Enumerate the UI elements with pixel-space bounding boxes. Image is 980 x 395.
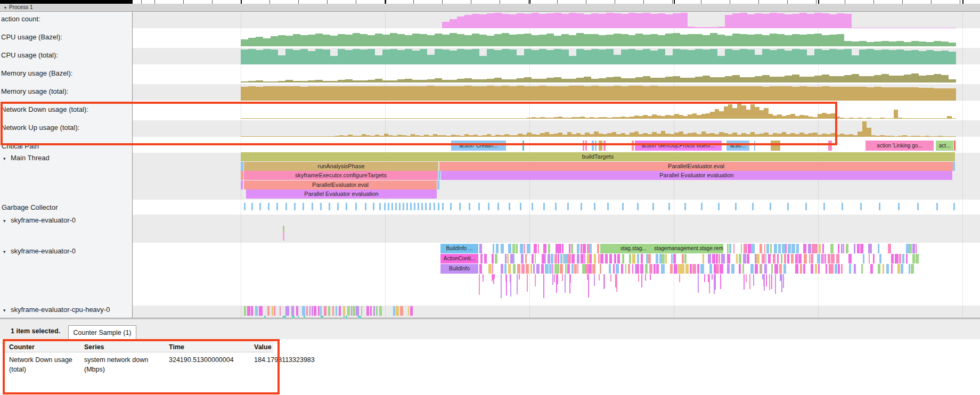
event-sliver[interactable]	[501, 274, 502, 298]
event-sliver[interactable]	[376, 306, 378, 316]
event-sliver[interactable]	[296, 306, 299, 316]
event-sliver[interactable]	[791, 244, 795, 253]
event-sliver[interactable]	[731, 264, 734, 274]
event-sliver[interactable]	[508, 264, 511, 274]
span-sliver[interactable]	[241, 162, 243, 171]
event-sliver[interactable]	[777, 254, 779, 264]
event-sliver[interactable]	[600, 264, 601, 274]
event-sliver[interactable]	[869, 254, 870, 264]
event-sliver[interactable]	[568, 254, 571, 264]
event-sliver[interactable]	[346, 316, 347, 318]
gc-tick[interactable]	[594, 203, 595, 210]
event-sliver[interactable]	[849, 264, 851, 274]
event-sliver[interactable]	[906, 244, 910, 253]
gc-tick[interactable]	[434, 203, 435, 210]
event-sliver[interactable]	[763, 274, 764, 286]
event-sliver[interactable]	[610, 274, 611, 282]
event-sliver[interactable]	[838, 244, 839, 253]
gc-tick[interactable]	[244, 203, 246, 210]
event-sliver[interactable]	[654, 264, 656, 274]
gc-tick[interactable]	[346, 203, 347, 210]
event-sliver[interactable]	[501, 264, 503, 274]
event-sliver[interactable]	[742, 264, 745, 274]
event-sliver[interactable]	[603, 274, 605, 289]
collapse-arrow-icon[interactable]: ▾	[3, 249, 11, 254]
event-sliver[interactable]	[527, 244, 530, 253]
event-sliver[interactable]	[817, 254, 821, 264]
event-sliver[interactable]	[784, 254, 787, 264]
event-sliver[interactable]	[302, 306, 305, 316]
event-sliver[interactable]	[879, 254, 882, 264]
event-sliver[interactable]	[638, 274, 639, 282]
event-sliver[interactable]	[328, 306, 330, 316]
critical-path-sliver[interactable]	[599, 141, 602, 151]
event-sliver[interactable]	[351, 306, 352, 316]
span-sliver[interactable]	[437, 180, 439, 190]
gc-tick[interactable]	[303, 203, 304, 210]
event-sliver[interactable]	[729, 244, 731, 253]
gc-tick[interactable]	[532, 203, 533, 210]
event-sliver[interactable]	[768, 254, 771, 264]
event-sliver[interactable]	[708, 254, 711, 264]
event-sliver[interactable]	[582, 264, 585, 274]
span-sliver[interactable]	[953, 162, 955, 171]
event-sliver[interactable]	[622, 254, 624, 264]
event-sliver[interactable]	[534, 244, 537, 253]
event-sliver[interactable]	[616, 274, 617, 292]
span-runanalysisphase[interactable]: runAnalysisPhase	[244, 162, 438, 171]
event-sliver[interactable]	[703, 254, 704, 264]
event-sliver[interactable]	[648, 254, 651, 264]
event-sliver[interactable]	[656, 264, 659, 274]
track-label-skyframe-evaluator-0b[interactable]: ▾skyframe-evaluator-0	[0, 247, 76, 255]
event-sliver[interactable]	[749, 274, 750, 289]
gc-tick[interactable]	[668, 203, 670, 210]
event-sliver[interactable]	[831, 264, 834, 274]
event-sliver[interactable]	[255, 306, 258, 316]
event-sliver[interactable]	[507, 254, 509, 264]
event-sliver[interactable]	[588, 274, 589, 298]
event-sliver[interactable]	[600, 254, 603, 264]
event-sliver[interactable]	[773, 254, 775, 264]
event-sliver[interactable]	[828, 254, 830, 264]
gc-tick[interactable]	[701, 203, 703, 210]
event-sliver[interactable]	[571, 264, 574, 274]
event-sliver[interactable]	[770, 244, 772, 253]
event-sliver[interactable]	[704, 274, 705, 282]
event-sliver[interactable]	[912, 244, 915, 253]
event-sliver[interactable]	[396, 306, 399, 316]
gc-tick[interactable]	[823, 203, 825, 210]
event-sliver[interactable]	[661, 264, 665, 274]
event-sliver[interactable]	[283, 232, 284, 241]
gc-tick[interactable]	[607, 203, 609, 210]
event-sliver[interactable]	[574, 264, 577, 274]
event-sliver[interactable]	[709, 274, 710, 293]
event-sliver[interactable]	[524, 244, 526, 253]
event-sliver[interactable]	[616, 264, 619, 274]
event-sliver[interactable]	[321, 316, 323, 318]
collapse-arrow-icon[interactable]: ▾	[3, 308, 11, 313]
event-sliver[interactable]	[744, 244, 747, 253]
event-sliver[interactable]	[532, 254, 534, 264]
event-sliver[interactable]	[821, 254, 823, 264]
event-sliver[interactable]	[662, 254, 665, 264]
event-sliver[interactable]	[803, 264, 805, 274]
event-sliver[interactable]	[698, 274, 699, 293]
event-sliver[interactable]	[581, 244, 582, 253]
event-sliver[interactable]	[756, 254, 760, 264]
tab-counter-sample[interactable]: Counter Sample (1)	[68, 325, 136, 340]
event-sliver[interactable]	[878, 244, 879, 253]
event-sliver[interactable]	[782, 244, 786, 253]
event-sliver[interactable]	[590, 254, 592, 264]
event-sliver[interactable]	[613, 264, 615, 274]
event-sliver[interactable]	[527, 274, 528, 292]
event-sliver[interactable]	[823, 254, 824, 264]
gc-tick[interactable]	[543, 203, 545, 210]
event-sliver[interactable]	[536, 264, 540, 274]
event-sliver[interactable]	[831, 254, 835, 264]
event-sliver[interactable]	[320, 306, 322, 316]
event-sliver[interactable]	[779, 264, 782, 274]
critical-path-sliver[interactable]	[771, 141, 780, 151]
event-sliver[interactable]	[496, 244, 499, 253]
span-stage-group[interactable]: stag.stag...stagemanagement.stage.remot.…	[600, 244, 723, 253]
critical-path-sliver[interactable]	[754, 141, 755, 151]
